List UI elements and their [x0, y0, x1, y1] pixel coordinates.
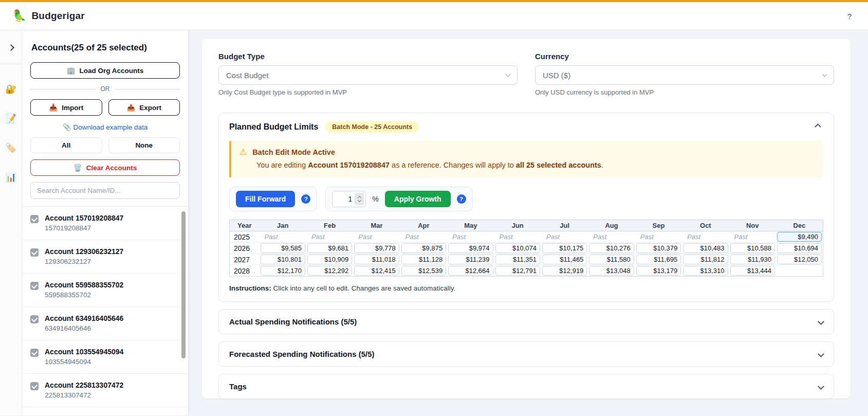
budget-value-input[interactable]: $11,239 [448, 255, 493, 264]
account-checkbox[interactable] [30, 382, 39, 390]
planned-budget-limits-header[interactable]: Planned Budget Limits Batch Mode - 25 Ac… [219, 113, 834, 139]
clear-accounts-button[interactable]: 🗑️ Clear Accounts [30, 159, 180, 176]
budget-value-input[interactable]: $13,179 [636, 266, 681, 276]
budget-cell[interactable]: $10,175 [541, 243, 588, 254]
budget-cell[interactable]: $12,415 [353, 265, 400, 277]
budget-cell[interactable]: $13,048 [588, 265, 635, 277]
budget-cell[interactable]: $12,664 [447, 265, 494, 277]
account-list-item[interactable]: Account 225813307472 225813307472 [22, 374, 188, 407]
download-example-data-link[interactable]: 📎 Download example data [63, 123, 147, 131]
budget-value-input[interactable]: $10,276 [589, 243, 634, 253]
budget-cell[interactable]: $12,539 [400, 265, 447, 277]
budget-cell[interactable]: $10,694 [776, 243, 823, 254]
budget-cell[interactable]: $9,681 [306, 243, 353, 254]
budget-value-input[interactable]: $10,483 [683, 243, 728, 253]
budget-cell[interactable]: $10,276 [588, 243, 635, 254]
import-button[interactable]: 📥 Import [30, 99, 102, 116]
growth-percent-input[interactable]: 1 [332, 191, 366, 207]
budget-cell[interactable]: $11,465 [541, 254, 588, 265]
budget-value-input[interactable]: $13,310 [683, 266, 728, 276]
account-list-item[interactable]: Account 129306232127 129306232127 [22, 240, 188, 274]
account-checkbox[interactable] [30, 215, 39, 223]
budget-cell[interactable]: $12,292 [306, 265, 353, 277]
budget-value-input[interactable]: $11,018 [354, 255, 399, 264]
budget-cell[interactable]: $12,050 [776, 254, 823, 265]
budget-value-input[interactable]: $12,539 [401, 266, 446, 276]
account-checkbox[interactable] [30, 349, 39, 357]
account-list-scrollbar[interactable] [181, 211, 186, 358]
budget-cell[interactable]: $10,909 [306, 254, 353, 265]
currency-select[interactable]: USD ($) [535, 65, 834, 85]
budget-cell[interactable]: $11,018 [353, 254, 400, 265]
budget-value-input[interactable]: $10,379 [636, 243, 681, 253]
export-button[interactable]: 📤 Export [108, 99, 180, 116]
select-none-button[interactable]: None [108, 137, 180, 153]
budget-cell[interactable]: $9,490 [776, 231, 823, 243]
budget-cell[interactable]: $12,170 [260, 265, 306, 277]
chart-icon[interactable]: 📊 [5, 173, 16, 182]
account-checkbox[interactable] [30, 248, 39, 257]
budget-cell[interactable]: $10,801 [260, 254, 306, 265]
account-list-item[interactable]: Account 157019208847 157019208847 [22, 207, 188, 240]
budget-value-input[interactable]: $12,170 [261, 266, 305, 276]
account-checkbox[interactable] [30, 315, 39, 323]
budget-cell[interactable]: $13,444 [729, 265, 776, 277]
budget-cell[interactable]: $11,128 [400, 254, 447, 265]
number-stepper[interactable] [355, 193, 364, 205]
budget-value-input[interactable]: $10,909 [307, 255, 352, 264]
expand-sidebar-button[interactable] [6, 41, 16, 55]
budget-value-input[interactable]: $11,465 [542, 255, 587, 264]
budget-cell[interactable]: $11,351 [494, 254, 541, 265]
budget-value-input[interactable]: $9,681 [307, 243, 352, 253]
budget-cell[interactable]: $9,875 [400, 243, 447, 254]
account-search-input[interactable] [30, 182, 180, 199]
budget-cell[interactable]: $9,974 [447, 243, 494, 254]
budget-value-input[interactable]: $9,875 [401, 243, 446, 253]
budget-value-input[interactable]: $12,292 [307, 266, 352, 276]
budget-cell[interactable]: $12,919 [541, 265, 588, 277]
collapsed-section-header[interactable]: Actual Spending Notifications (5/5) [218, 309, 834, 334]
budget-cell[interactable]: $13,310 [682, 265, 729, 277]
budget-cell[interactable]: $9,778 [353, 243, 400, 254]
collapsed-section-header[interactable]: Tags [218, 374, 834, 399]
apply-growth-help-icon[interactable]: ? [457, 194, 466, 204]
memo-icon[interactable]: 📝 [5, 114, 16, 123]
budget-cell[interactable]: $12,791 [494, 265, 541, 277]
budget-type-select[interactable]: Cost Budget [218, 65, 518, 85]
load-org-accounts-button[interactable]: 🏢 Load Org Accounts [30, 62, 180, 79]
budget-value-input[interactable]: $10,175 [542, 243, 587, 253]
account-list-item[interactable]: Account 103554945094 103554945094 [22, 340, 188, 374]
collapse-section-button[interactable] [812, 121, 823, 133]
budget-value-input[interactable]: $12,050 [777, 255, 822, 264]
budget-value-input[interactable]: $9,490 [777, 232, 822, 242]
account-checkbox[interactable] [30, 282, 39, 290]
budget-value-input[interactable]: $13,444 [730, 266, 775, 276]
budget-value-input[interactable]: $13,048 [589, 266, 634, 276]
fill-forward-help-icon[interactable]: ? [301, 194, 310, 204]
budget-cell[interactable]: $13,179 [635, 265, 682, 277]
budget-value-input[interactable]: $10,694 [777, 243, 822, 253]
budget-value-input[interactable]: $12,919 [542, 266, 587, 276]
collapsed-section-header[interactable]: Forecasted Spending Notifications (5/5) [218, 341, 834, 367]
budget-value-input[interactable]: $11,695 [636, 255, 681, 264]
budget-value-input[interactable]: $12,415 [354, 266, 399, 276]
budget-value-input[interactable]: $11,580 [589, 255, 634, 264]
account-list-item[interactable]: Account 634916405646 634916405646 [22, 307, 188, 340]
select-all-button[interactable]: All [30, 137, 102, 153]
budget-cell[interactable]: $11,812 [682, 254, 729, 265]
budget-value-input[interactable]: $9,974 [448, 243, 493, 253]
budget-value-input[interactable]: $11,351 [495, 255, 540, 264]
budget-cell[interactable]: $10,074 [494, 243, 541, 254]
lock-icon[interactable]: 🔐 [5, 85, 16, 94]
budget-value-input[interactable]: $10,801 [261, 255, 305, 264]
budget-cell[interactable]: $9,585 [260, 243, 306, 254]
budget-value-input[interactable]: $12,664 [448, 266, 493, 276]
help-button[interactable]: ? [843, 10, 856, 23]
budget-cell[interactable]: $10,379 [635, 243, 682, 254]
budget-value-input[interactable]: $9,585 [261, 243, 305, 253]
budget-cell[interactable]: $11,580 [588, 254, 635, 265]
fill-forward-button[interactable]: Fill Forward [236, 191, 295, 207]
budget-value-input[interactable]: $10,074 [495, 243, 540, 253]
tag-icon[interactable]: 🏷️ [5, 143, 16, 152]
budget-cell[interactable]: $11,930 [729, 254, 776, 265]
